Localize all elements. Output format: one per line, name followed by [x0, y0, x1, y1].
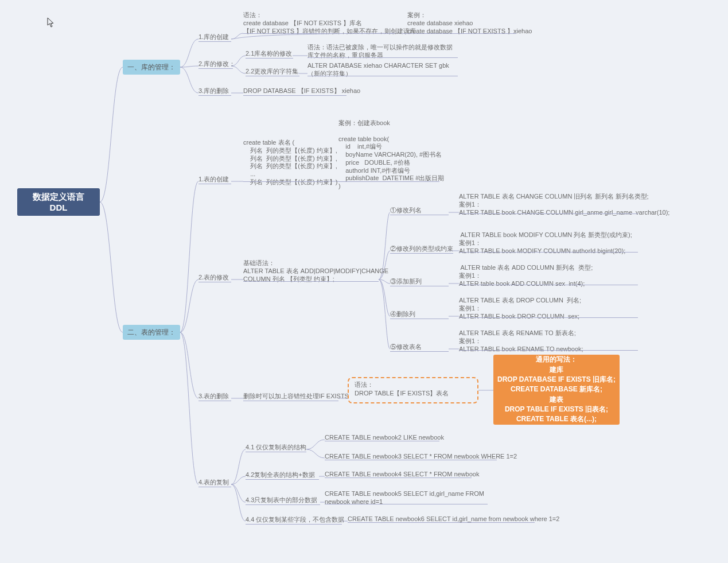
- lib-drop-text: DROP DATABASE 【IF EXISTS】 xiehao: [243, 87, 347, 96]
- tbl-create-syntax: create table 表名 ( 列名 列的类型【(长度) 约束】, 列名 列…: [243, 139, 337, 187]
- mod1[interactable]: ①修改列名: [390, 206, 449, 215]
- tbl-modify[interactable]: 2.表的修改: [198, 273, 231, 282]
- tbl-copy[interactable]: 4.表的复制: [198, 478, 231, 487]
- common-usage-text: 通用的写法： 建库 DROP DATABASE IF EXISTS 旧库名; C…: [493, 355, 620, 425]
- mod3[interactable]: ③添加新列: [390, 277, 449, 286]
- cursor-icon: [47, 17, 55, 28]
- tbl-drop-box[interactable]: 语法： DROP TABLE【IF EXISTS】表名: [348, 377, 478, 403]
- lib-modify-name[interactable]: 2.1库名称的修改: [246, 49, 293, 59]
- root-label: 数据定义语言 DDL: [33, 191, 84, 213]
- common-usage-box[interactable]: 通用的写法： 建库 DROP DATABASE IF EXISTS 旧库名; C…: [493, 355, 620, 425]
- copy4-text: CREATE TABLE newbook6 SELECT id,girl_nam…: [348, 515, 535, 523]
- lib-modify-charset[interactable]: 2.2更改库的字符集: [246, 67, 299, 76]
- copy3[interactable]: 4.3只复制表中的部分数据: [246, 496, 320, 505]
- divider: [338, 181, 439, 182]
- divider: [402, 33, 516, 34]
- divider: [307, 76, 458, 76]
- tbl-create[interactable]: 1.表的创建: [198, 175, 231, 184]
- level1-tbl[interactable]: 二、表的管理：: [123, 325, 180, 340]
- lib-create-syntax: 语法： create database 【IF NOT EXISTS 】库名 【…: [243, 11, 416, 35]
- copy2-text: CREATE TABLE newbook4 SELECT * FROM newb…: [325, 471, 472, 478]
- divider: [459, 213, 638, 214]
- root-node[interactable]: 数据定义语言 DDL: [17, 188, 100, 216]
- tbl-drop-box-text: 语法： DROP TABLE【IF EXISTS】表名: [355, 381, 449, 397]
- level1-lib-label: 一、库的管理：: [127, 63, 176, 72]
- divider: [243, 181, 327, 182]
- divider: [243, 33, 395, 34]
- lib-create[interactable]: 1.库的创建: [198, 33, 231, 42]
- tbl-modify-base: 基础语法： ALTER TABLE 表名 ADD|DROP|MODIFY|CHA…: [243, 259, 388, 283]
- copy4[interactable]: 4.4 仅仅复制某些字段，不包含数据: [246, 515, 342, 525]
- level1-tbl-label: 二、表的管理：: [127, 328, 176, 337]
- tbl-create-example: 案例：创建表book create table book( id int,#编号…: [338, 119, 444, 191]
- lib-create-example: 案例： create database xiehao create databa…: [407, 11, 532, 35]
- mod2[interactable]: ②修改列的类型或约束: [390, 244, 453, 254]
- divider: [459, 252, 638, 253]
- divider: [325, 504, 488, 504]
- divider: [243, 281, 379, 282]
- divider: [459, 350, 638, 351]
- tbl-drop-text: 删除时可以加上容错性处理IF EXISTS: [243, 392, 338, 401]
- copy2[interactable]: 4.2复制全表的结构+数据: [246, 471, 319, 480]
- tbl-drop[interactable]: 3.表的删除: [198, 392, 231, 401]
- divider: [459, 317, 638, 318]
- level1-lib[interactable]: 一、库的管理：: [123, 60, 180, 75]
- mod5[interactable]: ⑤修改表名: [390, 343, 449, 352]
- mod4[interactable]: ④删除列: [390, 310, 449, 319]
- copy1a: CREATE TABLE newbook2 LIKE newbook: [325, 434, 439, 441]
- copy1b: CREATE TABLE newbook3 SELECT * FROM newb…: [325, 453, 497, 460]
- divider: [307, 57, 458, 58]
- copy1[interactable]: 4.1 仅仅复制表的结构: [246, 443, 306, 452]
- divider: [459, 285, 638, 285]
- lib-modify[interactable]: 2.库的修改：: [198, 60, 233, 69]
- lib-drop[interactable]: 3.库的删除: [198, 87, 231, 96]
